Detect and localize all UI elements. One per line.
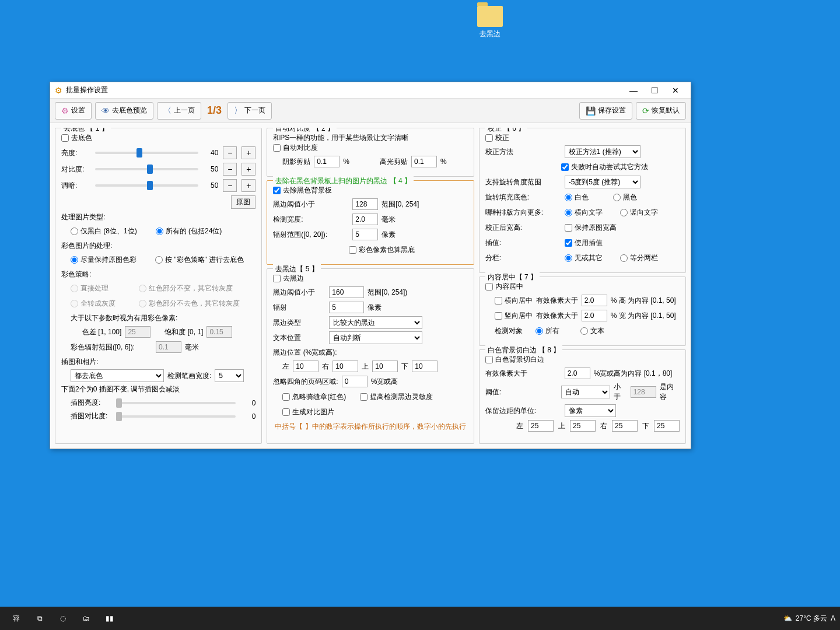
target-text-radio[interactable]: 文本 [580,326,604,336]
mm-label: 毫米 [185,342,199,352]
border-thresh-input[interactable] [329,286,364,298]
crop-lt-input[interactable] [631,386,656,398]
gen-compare-checkbox[interactable]: 生成对比图片 [282,407,334,417]
maximize-button[interactable]: ☐ [644,83,665,97]
minimize-button[interactable]: — [623,83,644,97]
crop-thresh-select[interactable]: 自动 [561,386,610,398]
center-checkbox[interactable]: 内容居中 [485,282,680,292]
ignore-seam-checkbox[interactable]: 忽略骑缝章(红色) [282,392,346,402]
contrast-slider[interactable] [95,168,198,170]
remove-bg-checkbox[interactable]: 去底色 [61,133,256,143]
vcenter-input[interactable] [582,310,607,321]
layout-h-radio[interactable]: 横向文字 [565,208,603,218]
edge-right-input[interactable] [332,360,358,372]
red-keep-radio[interactable]: 红色部分不变，其它转灰度 [139,284,233,293]
contrast-plus[interactable]: + [242,163,256,176]
correction-checkbox[interactable]: 校正 [485,133,680,143]
ignore-corner-input[interactable] [342,376,368,387]
crop-pxgt-input[interactable] [565,368,590,379]
edge-left-input[interactable] [293,360,318,372]
remove-blackbg-checkbox[interactable]: 去除黑色背景板 [273,186,467,195]
next-page-button[interactable]: 〉下一页 [228,102,272,120]
app2-icon[interactable]: ▮▮ [98,607,121,630]
save-button[interactable]: 💾保存设置 [579,102,632,120]
pen-width-select[interactable]: 5 [215,369,244,382]
interp-checkbox[interactable]: 使用插值 [565,238,603,248]
direct-radio[interactable]: 直接处理 [71,284,108,293]
margin-top-input[interactable] [570,420,596,432]
vcenter-checkbox[interactable]: 竖向居中 [495,311,533,321]
detect-width-input[interactable] [352,214,378,225]
hcenter-checkbox[interactable]: 横向居中 [495,296,533,306]
darken-slider[interactable] [95,184,198,187]
illus-contrast-slider[interactable] [116,415,236,418]
border-radius-input[interactable] [329,302,364,313]
angle-range-select[interactable]: -5度到5度 (推荐) [565,176,640,188]
taskbar-search-label[interactable]: 容 [5,607,28,630]
shadow-input[interactable] [314,156,340,167]
contrast-minus[interactable]: − [223,163,237,176]
brightness-minus[interactable]: − [223,146,237,159]
hcenter-input[interactable] [582,295,607,306]
desktop-shortcut[interactable]: 去黑边 [473,6,508,39]
crop-white-checkbox[interactable]: 白色背景切白边 [485,355,680,365]
keep-color-radio[interactable]: 尽量保持原图色彩 [71,255,136,265]
illus-mode-select[interactable]: 都去底色 [71,369,164,382]
cols-none-radio[interactable]: 无或其它 [565,253,603,263]
margin-bottom-input[interactable] [654,420,680,432]
app1-icon[interactable]: ◌ [51,607,75,630]
auto-contrast-checkbox[interactable]: 自动对比度 [273,143,467,153]
keep-ratio-checkbox[interactable]: 保持原图宽高 [565,223,617,233]
edge-top-input[interactable] [372,360,398,372]
fill-white-radio[interactable]: 白色 [565,192,589,202]
color-diff-input[interactable] [125,326,150,338]
imgtype-all-radio[interactable]: 所有的 (包括24位) [156,226,222,236]
system-tray[interactable]: ⛅ 27°C 多云 ᐱ [783,614,835,624]
blackbg-radius-input[interactable] [352,229,378,240]
target-all-radio[interactable]: 所有 [536,326,559,336]
margin-left-input[interactable] [528,420,554,432]
brightness-plus[interactable]: + [242,146,256,159]
weather-icon: ⛅ [783,614,792,622]
section-correction: 校正 【 6 】 校正 校正方法校正方法1 (推荐) 失败时自动尝试其它方法 支… [479,128,686,273]
brightness-slider[interactable] [95,152,198,154]
fill-black-radio[interactable]: 黑色 [613,192,637,202]
fallback-checkbox[interactable]: 失败时自动尝试其它方法 [561,162,648,172]
illus-bright-slider[interactable] [116,402,236,404]
radius-input[interactable] [156,341,181,353]
imgtype-header: 处理图片类型: [61,212,256,222]
darken-minus[interactable]: − [223,179,237,192]
border-type-select[interactable]: 比较大的黑边 [329,316,422,329]
color-keep-radio[interactable]: 彩色部分不去色，其它转灰度 [139,299,240,309]
enhance-detect-checkbox[interactable]: 提高检测黑边灵敏度 [360,392,433,402]
imgtype-bw-radio[interactable]: 仅黑白 (8位、1位) [71,226,137,236]
highlight-input[interactable] [411,156,437,167]
edge-bottom-input[interactable] [412,360,438,372]
taskview-icon[interactable]: ⧉ [28,607,51,630]
preview-button[interactable]: 👁去底色预览 [95,102,153,120]
blackbg-thresh-input[interactable] [352,198,378,210]
sat-input[interactable] [206,326,232,338]
reset-button[interactable]: ⟳恢复默认 [636,102,686,120]
layout-v-radio[interactable]: 竖向文字 [620,208,658,218]
explorer-icon[interactable]: 🗂 [75,607,98,630]
all-gray-radio[interactable]: 全转成灰度 [71,299,116,309]
correction-method-select[interactable]: 校正方法1 (推荐) [565,145,640,158]
margin-unit-select[interactable]: 像素 [565,404,616,417]
highlight-label: 高光剪贴 [380,157,408,167]
close-button[interactable]: ✕ [665,83,686,97]
prev-page-button[interactable]: 〈上一页 [157,102,201,120]
original-button[interactable]: 原图 [231,195,256,209]
tray-chevron-icon[interactable]: ᐱ [831,614,835,622]
section-legend: 白色背景切白边 【 8 】 [485,345,563,355]
margin-right-input[interactable] [612,420,638,432]
darken-plus[interactable]: + [242,179,256,192]
section-legend: 校正 【 6 】 [485,128,528,134]
color-strategy-radio[interactable]: 按 "彩色策略" 进行去底色 [155,255,244,265]
window-title: 批量操作设置 [66,85,108,95]
text-pos-select[interactable]: 自动判断 [329,331,422,344]
settings-button[interactable]: ⚙设置 [55,102,92,120]
color-as-black-checkbox[interactable]: 彩色像素也算黑底 [349,245,415,255]
remove-border-checkbox[interactable]: 去黑边 [273,274,467,284]
cols-split-radio[interactable]: 等分两栏 [620,253,658,263]
